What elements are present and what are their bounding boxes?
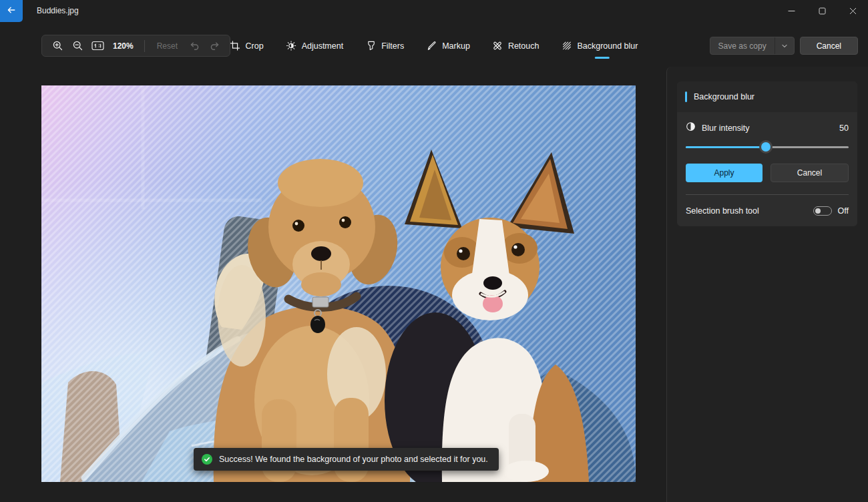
background-blur-icon [562, 41, 572, 51]
zoom-out-button[interactable] [69, 37, 86, 55]
minimize-button[interactable] [776, 0, 807, 22]
reset-button[interactable]: Reset [152, 41, 183, 51]
photo-canvas[interactable]: Success! We found the background of your… [41, 85, 636, 482]
blur-intensity-slider[interactable] [686, 142, 849, 152]
filters-icon [366, 41, 376, 51]
close-icon [849, 7, 857, 15]
tab-crop[interactable]: Crop [230, 35, 264, 57]
tab-retouch[interactable]: Retouch [493, 35, 539, 57]
zoom-toolbar: 120% Reset [41, 35, 230, 57]
photo-image [41, 85, 636, 482]
redo-button[interactable] [206, 37, 223, 55]
window-title: Buddies.jpg [37, 0, 79, 22]
actual-size-icon [91, 41, 104, 51]
contrast-icon [686, 121, 696, 134]
tab-adjustment[interactable]: Adjustment [286, 35, 344, 57]
blur-intensity-value: 50 [839, 123, 849, 133]
tab-filters[interactable]: Filters [366, 35, 404, 57]
maximize-button[interactable] [807, 0, 837, 22]
save-as-copy-button[interactable]: Save as copy [710, 37, 775, 54]
save-options-dropdown-button[interactable] [775, 37, 794, 54]
tab-markup[interactable]: Markup [427, 35, 470, 57]
edit-tabs: Crop Adjustment Filters Markup Retouch B… [230, 35, 638, 57]
panel-title: Background blur [694, 92, 754, 101]
crop-icon [230, 41, 240, 51]
markup-icon [427, 41, 437, 51]
selection-brush-label: Selection brush tool [686, 206, 813, 216]
undo-icon [189, 40, 200, 51]
success-toast: Success! We found the background of your… [194, 448, 499, 471]
retouch-icon [493, 41, 503, 51]
apply-button[interactable]: Apply [686, 164, 763, 182]
card-divider [686, 194, 849, 195]
panel-cancel-button[interactable]: Cancel [771, 164, 849, 182]
toast-message: Success! We found the background of your… [219, 455, 488, 464]
zoom-out-icon [72, 40, 83, 51]
undo-button[interactable] [186, 37, 203, 55]
selection-brush-toggle[interactable] [813, 206, 832, 216]
fit-to-window-button[interactable] [89, 37, 106, 55]
back-arrow-icon [7, 5, 16, 17]
close-button[interactable] [837, 0, 868, 22]
toolbar-row: 120% Reset Crop Adjustment Filters [0, 35, 868, 57]
cancel-edit-button[interactable]: Cancel [800, 37, 858, 55]
selection-brush-row: Selection brush tool Off [686, 206, 849, 216]
selection-brush-state: Off [838, 206, 849, 216]
blur-intensity-row: Blur intensity 50 [686, 121, 849, 134]
card-body: Blur intensity 50 Apply Cancel Selection… [677, 112, 857, 226]
adjustment-icon [286, 41, 296, 51]
slider-thumb[interactable] [761, 142, 771, 152]
photos-app-window: Buddies.jpg 120% [0, 0, 868, 502]
tab-background-blur[interactable]: Background blur [562, 35, 638, 57]
maximize-icon [819, 7, 826, 15]
caption-buttons [776, 0, 868, 22]
toolbar-separator [144, 40, 145, 52]
background-blur-card: Background blur Blur intensity 50 Apply [677, 81, 857, 226]
panel-buttons: Apply Cancel [686, 164, 849, 182]
titlebar: Buddies.jpg [0, 0, 868, 22]
zoom-in-icon [52, 40, 63, 51]
back-button[interactable] [0, 0, 23, 22]
blur-intensity-label: Blur intensity [702, 123, 833, 133]
redo-icon [209, 40, 220, 51]
zoom-level: 120% [109, 41, 138, 51]
chevron-down-icon [781, 43, 788, 49]
save-as-copy-split-button: Save as copy [710, 37, 795, 55]
zoom-in-button[interactable] [49, 37, 66, 55]
success-check-icon [202, 454, 212, 465]
accent-bar [685, 91, 687, 102]
header-actions: Save as copy Cancel [710, 37, 858, 55]
card-header: Background blur [677, 81, 857, 112]
background-blur-panel: Background blur Blur intensity 50 Apply [666, 67, 868, 502]
minimize-icon [788, 7, 795, 15]
